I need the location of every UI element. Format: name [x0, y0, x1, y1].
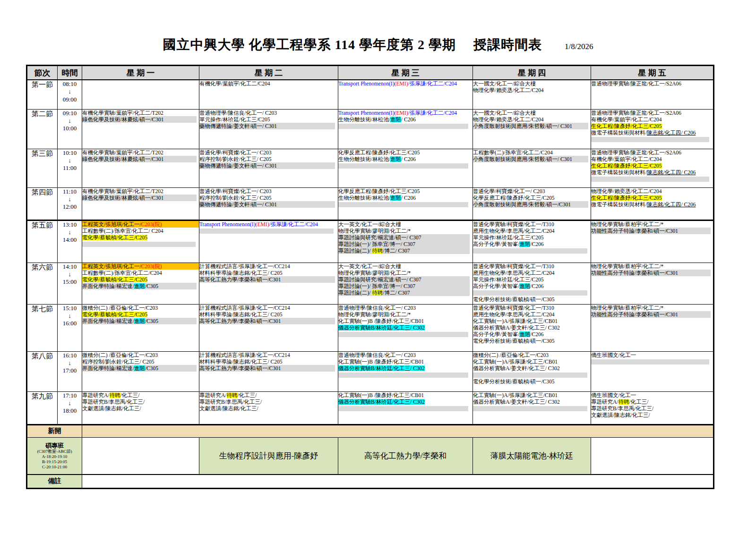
course-text: 微積分(二) /蔡亞倫/化工一/C203	[473, 352, 549, 358]
course-text: /C305	[145, 318, 158, 324]
timetable-cell: 化工實驗(一)A/張厚謙/化工三/CB01儀器分析實驗A/姜文軒/化工三/ C3…	[473, 391, 591, 424]
course-line: 工程英文/張旭琪/化工一/C203(院)	[82, 221, 199, 228]
course-text: 有機化學實驗/葉鎮宇/化工二/T202	[82, 110, 163, 116]
period-row: 第二節09:10↓10:00有機化學實驗/葉鎮宇/化工二/T202綠色化學及技術…	[27, 109, 714, 149]
course-line: 有機化學實驗/葉鎮宇/化工二/T202	[82, 110, 199, 116]
timetable-page: 國立中興大學 化學工程學系 114 學年度第 2 學期 授課時間表1/8/202…	[0, 0, 756, 534]
page-title: 國立中興大學 化學工程學系 114 學年度第 2 學期 授課時間表	[163, 37, 542, 52]
timetable-cell: 普通化學實驗/柯寶燦/化工一/T310應用生物化學/李思禹/化工二/C204化工…	[473, 304, 591, 351]
course-text: /C206	[530, 241, 543, 247]
course-line: 普通化學實驗/柯寶燦/化工一/T310	[473, 263, 591, 270]
course-line: 化工實驗(一)B /陳彥妤/化工三/CB01	[338, 392, 472, 398]
time-arrow-icon: ↓	[58, 88, 82, 95]
timetable-header: 節次時間星 期 一星 期 二星 期 三星 期 四星 期 五	[27, 66, 714, 80]
course-text: 生化工程/陳彥妤/化工三/C205	[591, 195, 662, 201]
time-start: 16:10	[58, 352, 82, 359]
course-line: 普通物理學/陳信良/化工一/ C203	[199, 110, 338, 116]
course-text: 電化學/蔡毓楨/化工三/C205	[82, 312, 147, 317]
time-arrow-icon: ↓	[58, 157, 82, 164]
course-text: 高等化工熱力學/李榮和/碩一/C301	[199, 365, 281, 371]
course-text: 普通化學實驗/柯寶燦/化工一/T310	[473, 263, 554, 269]
time-arrow-icon: ↓	[58, 399, 82, 407]
course-text: 電化學分析技術/蔡毓楨/碩一/C305	[473, 338, 555, 344]
course-text: 功能性高分子特論/李榮和/碩一/C301	[591, 312, 678, 317]
period-label: 第一節	[27, 80, 58, 109]
course-line: 生物分離技術/林松池/進階/ C206	[338, 195, 472, 201]
course-text: 生物分離技術/林松池/	[338, 195, 390, 201]
period-time: 16:10↓17:00	[58, 351, 82, 391]
master-program-row: 碩專班(C307教室-ABC節)A-18:20-19:10B-19:15-20:…	[27, 437, 714, 475]
col-header-day-2: 星 期 二	[199, 66, 338, 80]
course-text: 專題研究A/	[82, 392, 110, 398]
course-line: 化工實驗(一)B /陳彥妤/化工三/CB01	[338, 318, 472, 324]
course-text: 化工實驗(一)A/張厚謙/化工三/CB01	[473, 318, 558, 324]
course-line: 綠色化學及技術/林慶炫/碩一/C301	[82, 116, 197, 123]
course-text: 有機化學實驗/葉鎮宇/化工二/T202	[82, 188, 163, 194]
course-line: 普通化學實驗/柯寶燦/化工一/T310	[473, 221, 591, 228]
course-text: 普通物理學實驗/陳正龍/化工一/S2A06	[591, 150, 681, 155]
course-line: 儀器分析實驗B/林玠廷/化工三/ C302	[338, 324, 472, 331]
timetable-cell: 普通化學/柯寶燦/化工一/ C203程序控制/劉永銓/化工三/ C205藥物傳遞…	[199, 149, 338, 187]
course-text: 界面化學特論/楊宏達/	[82, 283, 134, 289]
course-line: 儀器分析實驗A/姜文軒/化工三/ C302	[473, 324, 591, 331]
course-text: 儀器分析實驗B/林玠廷/化工三/ C302	[338, 399, 425, 405]
course-line: 程序控制/劉永銓/化工三/ C205	[82, 358, 199, 365]
course-line: 專題研究B/李思禹/化工三/	[82, 398, 199, 405]
course-text: /張厚謙/化工二/C204	[408, 81, 457, 86]
course-line: 化學反應工程/陳彥妤/化工三/C205	[338, 149, 472, 156]
timetable-body: 第一節08:10↓09:00有機化學/葉鎮宇/化工二/C204Transport…	[27, 80, 714, 488]
course-text: 計算機程式語言/張厚謙/化工一/CC214	[199, 263, 290, 269]
course-text: 進階	[134, 365, 145, 371]
course-text: 微電子構裝技術與材料/	[591, 170, 647, 175]
time-start: 17:10	[58, 392, 82, 399]
course-text: 電化學分析技術/蔡毓楨/碩一/C305	[473, 379, 555, 384]
course-text: 化工實驗(一)A/張厚謙/化工三/CB01	[473, 359, 558, 364]
course-line: 計算機程式語言/張厚謙/化工一/CC214	[199, 263, 338, 270]
col-header-day-5: 星 期 五	[591, 66, 714, 80]
time-end: 12:00	[58, 203, 82, 211]
course-text: 化工實驗(一)A/張厚謙/化工三/CB01	[473, 392, 558, 398]
course-text: 普通化學/柯寶燦/化工一/ C203	[199, 188, 271, 194]
master-program-cell: 薄膜太陽能電池-林玠廷	[473, 437, 591, 475]
course-text: 綠色化學及技術/林慶炫/碩一/C301	[82, 117, 164, 122]
col-header-day-3: 星 期 三	[338, 66, 473, 80]
course-line: 儀器分析實驗B/林玠廷/化工三/ C302	[338, 398, 472, 405]
highlight-bar	[591, 177, 709, 182]
highlight-bar	[591, 137, 709, 142]
course-line: 功能性高分子特論/李榮和/碩一/C301	[591, 270, 711, 276]
course-line: Transport Phenomenon(I)(EMI)/張厚謙/化工二/C20…	[199, 221, 338, 228]
course-line: 化學反應工程/陳彥妤/化工三/C205	[338, 188, 472, 195]
course-line: 高等化工熱力學/李榮和/碩一/C301	[199, 318, 335, 324]
period-label: 第九節	[27, 391, 58, 424]
course-text: 工程英文/張旭琪/化工一/	[82, 221, 141, 227]
period-row: 第六節14:10↓15:00工程英文/張旭琪/化工一/C203(院)工程數學(二…	[27, 263, 714, 304]
course-text: /化工三/	[629, 399, 649, 405]
course-line: 物理化學/賴奕丞/化工二/C204	[473, 87, 591, 93]
course-line: 電化學分析技術/蔡毓楨/碩一/C305	[473, 338, 591, 344]
timetable-cell: 普通物理學實驗/陳正龍/化工一/S2A06	[591, 80, 714, 109]
course-line: 單元操作/林玠廷/化工三/C205	[199, 116, 338, 123]
timetable-cell: 普通物理學/陳信良/化工一/ C203物理化學實驗/廖明淵/化工二/*化工實驗(…	[338, 304, 473, 351]
timetable-cell: 僑生班國文/化工一專題研究A/待聘/化工三/專題研究B/李思禹/化工三/文獻選讀…	[591, 391, 714, 424]
course-text: 綠色化學及技術/林慶炫/碩一/C301	[82, 156, 164, 162]
course-text: /C305	[145, 283, 158, 289]
course-text: 待聘	[372, 248, 383, 254]
master-program-cell: 生物程序設計與應用-陳彥妤	[199, 437, 338, 475]
time-start: 14:10	[58, 263, 82, 271]
timetable-cell: 微積分(二) /蔡亞倫/化工一/C203電化學/蔡毓楨/化工三/C205界面化學…	[82, 304, 199, 351]
course-text: 普通物理學/陳信良/化工一/ C203	[199, 110, 277, 116]
course-line: 工程數學(二)/孫幸宜/化工二/C204	[473, 149, 591, 156]
course-text: 待聘	[110, 392, 120, 398]
course-text: (EMI)	[256, 221, 269, 227]
course-text: 單元操作/林玠廷/化工三/C205	[473, 277, 544, 282]
course-text: /博二/ C307	[383, 290, 410, 296]
period-time: 13:10↓14:00	[58, 220, 82, 263]
master-program-cell: 高等化工熱力學/李榮和	[338, 437, 473, 475]
course-text: C203(院)	[141, 221, 162, 227]
course-text: 功能性高分子特論/李榮和/碩一/C301	[591, 228, 678, 234]
time-arrow-icon: ↓	[58, 312, 82, 320]
course-text: 進階	[390, 195, 401, 201]
course-line: 專題討論(一)/ 孫幸宜/博一/ C307	[338, 283, 470, 289]
course-line: 高分子化學/黃智峯/進階/C206	[473, 331, 591, 338]
timetable-cell: 大一英文/化工一/綜合大樓物理化學實驗/廖明淵/化工二/*專題討論與研究/楊宏達…	[338, 263, 473, 304]
